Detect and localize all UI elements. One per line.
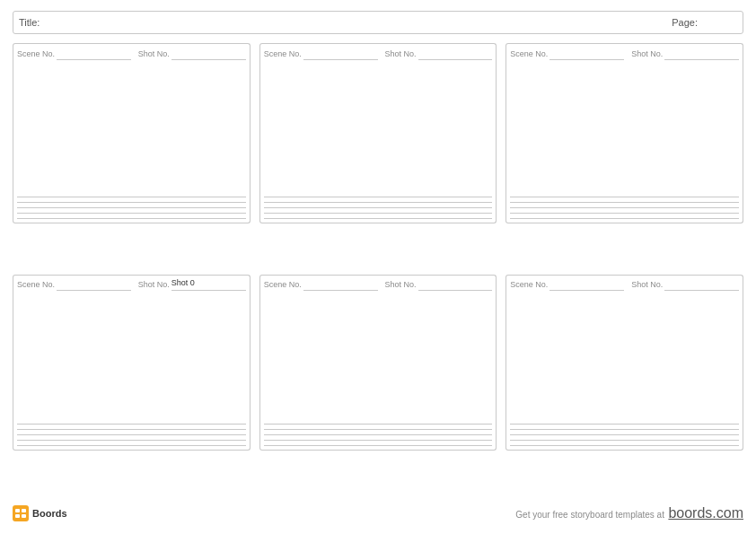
panel-1-scene-label: Scene No.: [17, 49, 55, 58]
boords-logo: Boords: [13, 505, 67, 521]
panel-1-shot-label: Shot No.: [138, 49, 170, 58]
text-line: [264, 424, 493, 425]
text-line: [510, 218, 739, 219]
text-line: [264, 218, 493, 219]
boords-brand-name: Boords: [32, 508, 67, 519]
panel-1-scene-value: [57, 48, 131, 60]
panel-1-shot-value: [171, 48, 246, 60]
panel-6: Scene No. Shot No.: [505, 275, 743, 499]
text-line: [510, 424, 739, 425]
panel-5-shot-value: [418, 278, 493, 291]
panel-3-lines: [505, 193, 743, 223]
svg-rect-1: [15, 509, 20, 512]
panel-3-shot-label: Shot No.: [631, 49, 663, 58]
text-line: [510, 440, 739, 441]
panel-4-shot-value: Shot 0: [171, 278, 246, 291]
panel-6-image: [505, 294, 743, 420]
panel-6-shot-label: Shot No.: [631, 280, 663, 289]
panel-2-shot-value: [418, 48, 493, 60]
text-line: [17, 429, 246, 430]
panel-2-image: [259, 63, 497, 193]
panel-4-shot-label: Shot No.: [138, 280, 170, 289]
text-line: [17, 440, 246, 441]
text-line: [264, 202, 493, 203]
text-line: [17, 197, 246, 197]
svg-rect-2: [22, 509, 26, 512]
text-line: [264, 207, 493, 208]
panel-5-header: Scene No. Shot No.: [259, 275, 497, 294]
panel-2: Scene No. Shot No.: [259, 43, 497, 267]
panel-2-scene-value: [303, 48, 378, 60]
title-label: Title:: [19, 17, 40, 28]
text-line: [17, 213, 246, 214]
panel-5-shot-label: Shot No.: [385, 280, 417, 289]
panel-3-shot-value: [664, 48, 739, 60]
panel-3-header: Scene No. Shot No.: [505, 43, 743, 63]
panel-6-lines: [505, 420, 743, 451]
text-line: [264, 197, 493, 197]
panel-6-scene-label: Scene No.: [510, 280, 548, 289]
panel-4: Scene No. Shot No. Shot 0: [13, 275, 251, 499]
boords-icon: [13, 505, 29, 521]
panels-grid: Scene No. Shot No. Scene No. Shot No.: [13, 43, 743, 498]
panel-1-header: Scene No. Shot No.: [13, 43, 251, 63]
panel-2-lines: [259, 193, 497, 223]
text-line: [17, 434, 246, 435]
text-line: [17, 202, 246, 203]
panel-1-image: [13, 63, 251, 193]
text-line: [264, 434, 493, 435]
page-label: Page:: [672, 17, 698, 28]
panel-3-image: [505, 63, 743, 193]
text-line: [510, 434, 739, 435]
page-wrapper: Title: Page: Scene No. Shot No.: [13, 11, 743, 523]
panel-2-shot-label: Shot No.: [385, 49, 417, 58]
text-line: [510, 207, 739, 208]
text-line: [510, 445, 739, 446]
panel-3: Scene No. Shot No.: [505, 43, 743, 267]
svg-rect-0: [13, 505, 29, 521]
footer-tagline: Get your free storyboard templates at: [515, 510, 664, 520]
footer-tagline-container: Get your free storyboard templates at bo…: [515, 505, 743, 521]
svg-rect-4: [22, 514, 26, 518]
panel-6-header: Scene No. Shot No.: [505, 275, 743, 294]
footer: Boords Get your free storyboard template…: [13, 503, 743, 523]
text-line: [510, 202, 739, 203]
panel-4-scene-value: [57, 278, 131, 291]
svg-rect-3: [15, 514, 20, 518]
panel-5-scene-label: Scene No.: [264, 280, 302, 289]
panel-6-shot-value: [664, 278, 739, 291]
panel-5-lines: [259, 420, 497, 451]
panel-5: Scene No. Shot No.: [259, 275, 497, 499]
header-row: Title: Page:: [13, 11, 743, 34]
text-line: [264, 440, 493, 441]
text-line: [17, 218, 246, 219]
page-input[interactable]: [701, 17, 737, 28]
text-line: [17, 445, 246, 446]
text-line: [264, 445, 493, 446]
panel-2-header: Scene No. Shot No.: [259, 43, 497, 63]
panel-2-scene-label: Scene No.: [264, 49, 302, 58]
panel-3-scene-label: Scene No.: [510, 49, 548, 58]
text-line: [510, 197, 739, 197]
panel-4-header: Scene No. Shot No. Shot 0: [13, 275, 251, 294]
panel-4-image: [13, 294, 251, 420]
text-line: [264, 213, 493, 214]
panel-1-lines: [13, 193, 251, 223]
panel-4-scene-label: Scene No.: [17, 280, 55, 289]
panel-6-scene-value: [549, 278, 624, 291]
text-line: [264, 429, 493, 430]
text-line: [17, 207, 246, 208]
panel-4-lines: [13, 420, 251, 451]
panel-5-image: [259, 294, 497, 420]
panel-3-scene-value: [549, 48, 624, 60]
text-line: [510, 213, 739, 214]
panel-5-scene-value: [303, 278, 378, 291]
text-line: [17, 424, 246, 425]
title-input[interactable]: [43, 17, 672, 28]
panel-1: Scene No. Shot No.: [13, 43, 251, 267]
text-line: [510, 429, 739, 430]
footer-link: boords.com: [668, 505, 743, 521]
